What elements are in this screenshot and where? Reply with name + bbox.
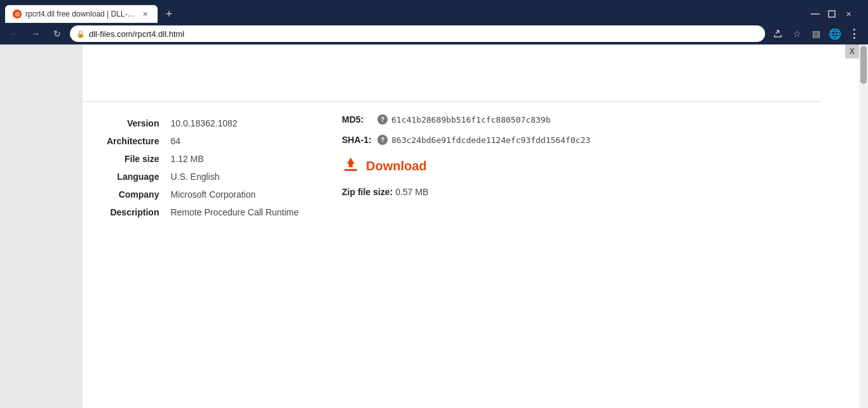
zip-size-label: Zip file size: [342,187,393,197]
language-row: Language U.S. English [102,168,304,186]
language-label: Language [102,168,165,186]
close-panel-button[interactable]: X [845,44,859,58]
refresh-button[interactable]: ↻ [48,25,66,43]
zip-size-row: Zip file size: 0.57 MB [342,187,840,197]
version-value: 10.0.18362.1082 [165,114,304,132]
tab-title: rpcrt4.dll free download | DLL-fi... [25,10,136,18]
content-grid: Version 10.0.18362.1082 Architecture 64 … [102,114,840,221]
address-bar[interactable]: 🔒 dll-files.com/rpcrt4.dll.html [70,25,765,42]
company-value: Microsoft Corporation [165,186,304,203]
right-margin [859,44,868,408]
download-icon [342,155,360,177]
architecture-value: 64 [165,132,304,150]
description-value: Remote Procedure Call Runtime [165,203,304,221]
browser-tab[interactable]: ⚙ rpcrt4.dll free download | DLL-fi... ✕ [5,5,158,23]
window-controls: ✕ [802,0,868,28]
svg-rect-2 [344,169,357,171]
company-row: Company Microsoft Corporation [102,186,304,203]
file-info-section: Version 10.0.18362.1082 Architecture 64 … [102,114,304,221]
close-window-button[interactable]: ✕ [840,5,857,23]
lock-icon: 🔒 [76,30,85,38]
file-info-table: Version 10.0.18362.1082 Architecture 64 … [102,114,304,221]
md5-info-icon[interactable]: ? [377,114,388,125]
file-size-value: 1.12 MB [165,150,304,168]
download-arrow-icon [342,155,360,173]
sha1-row: SHA-1: ? 863c24bd6e91fdcdede1124efc93fdd… [342,135,840,145]
main-content: X Version 10.0.18362.1082 Architecture 6… [83,44,859,408]
scrollbar-thumb[interactable] [860,46,867,84]
file-size-row: File size 1.12 MB [102,150,304,168]
share-icon[interactable] [769,25,787,43]
ad-area [83,44,821,102]
md5-row: MD5: ? 61c41b28689bb516f1cfc880507c839b [342,114,840,125]
download-label: Download [366,159,427,173]
back-button[interactable]: ← [5,25,23,43]
new-tab-button[interactable]: + [160,5,178,23]
hash-download-section: MD5: ? 61c41b28689bb516f1cfc880507c839b … [342,114,840,221]
file-size-label: File size [102,150,165,168]
tab-favicon: ⚙ [13,10,22,18]
sha1-label: SHA-1: [342,135,374,145]
scrollbar-track[interactable] [859,44,868,408]
minimize-lines-icon [811,13,820,15]
zip-size-value: 0.57 MB [395,187,428,197]
sha1-value: 863c24bd6e91fdcdede1124efc93fdd1564f0c23 [391,135,590,145]
company-label: Company [102,186,165,203]
md5-value: 61c41b28689bb516f1cfc880507c839b [391,115,550,125]
url-text: dll-files.com/rpcrt4.dll.html [89,29,759,39]
version-label: Version [102,114,165,132]
forward-button[interactable]: → [27,25,44,43]
download-button[interactable]: Download [342,155,840,177]
sha1-info-icon[interactable]: ? [377,135,388,145]
architecture-label: Architecture [102,132,165,150]
description-label: Description [102,203,165,221]
description-row: Description Remote Procedure Call Runtim… [102,203,304,221]
left-sidebar [0,44,83,408]
svg-marker-3 [347,158,355,167]
version-row: Version 10.0.18362.1082 [102,114,304,132]
tab-close-button[interactable]: ✕ [140,9,150,19]
md5-label: MD5: [342,114,374,125]
architecture-row: Architecture 64 [102,132,304,150]
maximize-icon [828,10,836,18]
language-value: U.S. English [165,168,304,186]
svg-rect-1 [829,11,835,17]
